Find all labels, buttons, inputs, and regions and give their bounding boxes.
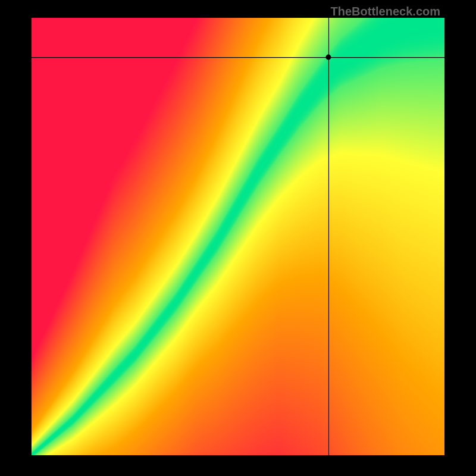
bottleneck-heatmap: [32, 18, 444, 455]
chart-container: TheBottleneck.com: [0, 0, 476, 476]
watermark-text: TheBottleneck.com: [331, 5, 440, 18]
